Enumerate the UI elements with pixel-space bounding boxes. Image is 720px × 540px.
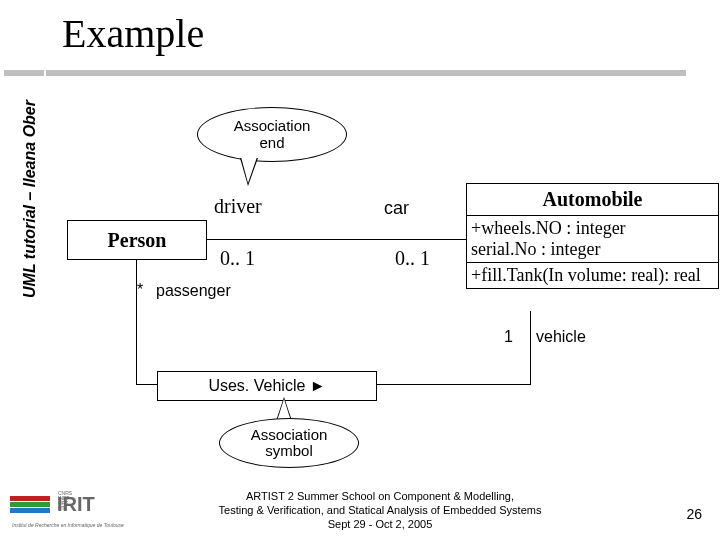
callout-association-symbol: Association symbol [219, 418, 359, 468]
role-vehicle: vehicle [536, 328, 586, 346]
side-author-text: UML tutorial – Ileana Ober [21, 89, 39, 309]
callout-tail-fill-icon [241, 157, 257, 183]
class-automobile-attributes: +wheels.NO : integer serial.No : integer [467, 216, 718, 263]
callout-association-symbol-label: Association symbol [251, 427, 328, 460]
footer-line: ARTIST 2 Summer School on Component & Mo… [170, 490, 590, 504]
class-person: Person [67, 220, 207, 260]
footer-line: Sept 29 - Oct 2, 2005 [170, 518, 590, 532]
callout-association-end-label: Association end [234, 118, 311, 151]
role-passenger: passenger [156, 282, 231, 300]
mult-car: 0.. 1 [395, 247, 430, 270]
association-class-usesvehicle: Uses. Vehicle ► [157, 371, 377, 401]
irit-bars-icon [10, 495, 50, 514]
footer-text: ARTIST 2 Summer School on Component & Mo… [170, 490, 590, 531]
class-automobile-name: Automobile [467, 184, 718, 216]
footer-line: Testing & Verification, and Statical Ana… [170, 504, 590, 518]
assoc-line-segment [136, 260, 137, 384]
irit-subtitle: Institut de Recherche en Informatique de… [12, 522, 124, 528]
op-row: +fill.Tank(In volume: real): real [471, 265, 714, 286]
slide-number: 26 [686, 506, 702, 522]
association-line-driver-car [207, 239, 466, 240]
association-class-label: Uses. Vehicle ► [208, 377, 325, 395]
class-person-name: Person [108, 229, 167, 252]
assoc-line-segment [136, 384, 158, 385]
role-driver: driver [214, 195, 262, 218]
attr-row: serial.No : integer [471, 239, 714, 260]
assoc-line-segment [530, 311, 531, 385]
slide: UML tutorial – Ileana Ober Example Assoc… [0, 0, 720, 540]
page-title: Example [62, 10, 204, 57]
callout-association-end: Association end [197, 107, 347, 162]
mult-vehicle: 1 [504, 328, 513, 346]
attr-row: +wheels.NO : integer [471, 218, 714, 239]
irit-logo-tags: CNRS INPT UPS UT1 [58, 491, 72, 511]
title-rule-left [4, 70, 44, 76]
class-automobile-operations: +fill.Tank(In volume: real): real [467, 263, 718, 288]
mult-driver: 0.. 1 [220, 247, 255, 270]
assoc-line-segment [377, 384, 530, 385]
mult-passenger: * [137, 281, 143, 299]
title-rule-right [46, 70, 686, 76]
class-automobile: Automobile +wheels.NO : integer serial.N… [466, 183, 719, 289]
role-car: car [384, 198, 409, 219]
